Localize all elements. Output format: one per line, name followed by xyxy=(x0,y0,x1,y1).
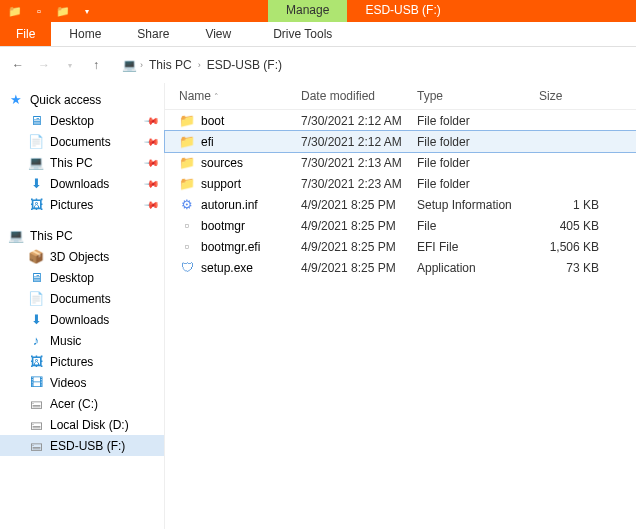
sidebar-item-label: This PC xyxy=(30,229,73,243)
sidebar-item[interactable]: ⬇Downloads📌 xyxy=(0,173,164,194)
sidebar-item[interactable]: 🖴ESD-USB (F:) xyxy=(0,435,164,456)
sidebar-item-label: Downloads xyxy=(50,177,109,191)
file-type-cell: Application xyxy=(409,261,531,275)
sidebar-item[interactable]: ⬇Downloads xyxy=(0,309,164,330)
gear-icon: ⚙ xyxy=(179,197,195,213)
pin-icon: 📌 xyxy=(144,112,160,128)
file-row[interactable]: 📁efi7/30/2021 2:12 AMFile folder xyxy=(165,131,636,152)
back-button[interactable]: ← xyxy=(8,55,28,75)
file-row[interactable]: ▫bootmgr4/9/2021 8:25 PMFile405 KB xyxy=(165,215,636,236)
sidebar-item-label: ESD-USB (F:) xyxy=(50,439,125,453)
star-icon: ★ xyxy=(8,92,24,108)
sidebar-item[interactable]: 🖥Desktop xyxy=(0,267,164,288)
sidebar-item[interactable]: 🖴Acer (C:) xyxy=(0,393,164,414)
column-header-name[interactable]: Name xyxy=(165,89,293,103)
docs-icon: 📄 xyxy=(28,134,44,150)
column-header-type[interactable]: Type xyxy=(409,89,531,103)
window-title: ESD-USB (F:) xyxy=(347,0,458,22)
sidebar-item-label: Pictures xyxy=(50,198,93,212)
manage-context-tab[interactable]: Manage xyxy=(268,0,347,22)
file-name: bootmgr.efi xyxy=(201,240,260,254)
sidebar-item-label: Desktop xyxy=(50,271,94,285)
sidebar-item-label: Desktop xyxy=(50,114,94,128)
navigation-bar: ← → ▾ ↑ 💻 › This PC › ESD-USB (F:) xyxy=(0,47,636,83)
file-type-cell: File folder xyxy=(409,177,531,191)
sidebar-this-pc[interactable]: 💻This PC xyxy=(0,225,164,246)
file-name-cell: ▫bootmgr xyxy=(171,218,293,234)
sidebar-item-label: 3D Objects xyxy=(50,250,109,264)
sidebar-item[interactable]: 📦3D Objects xyxy=(0,246,164,267)
file-icon: ▫ xyxy=(179,239,195,255)
column-header-date[interactable]: Date modified xyxy=(293,89,409,103)
file-row[interactable]: 🛡setup.exe4/9/2021 8:25 PMApplication73 … xyxy=(165,257,636,278)
file-type-cell: Setup Information xyxy=(409,198,531,212)
title-bar: 📁 ▫ 📁 ▾ Manage ESD-USB (F:) xyxy=(0,0,636,22)
chevron-right-icon[interactable]: › xyxy=(196,60,203,70)
qat-dropdown-icon[interactable]: ▾ xyxy=(76,2,98,20)
file-name-cell: ▫bootmgr.efi xyxy=(171,239,293,255)
address-bar[interactable]: 💻 › This PC › ESD-USB (F:) xyxy=(122,58,286,72)
file-date-cell: 4/9/2021 8:25 PM xyxy=(293,219,409,233)
file-type-cell: File folder xyxy=(409,156,531,170)
file-name: sources xyxy=(201,156,243,170)
sidebar-item[interactable]: 🎞Videos xyxy=(0,372,164,393)
file-name-cell: 📁sources xyxy=(171,155,293,171)
pin-icon: 📌 xyxy=(144,154,160,170)
file-size-cell: 1 KB xyxy=(531,198,611,212)
recent-dropdown-icon[interactable]: ▾ xyxy=(60,55,80,75)
file-date-cell: 7/30/2021 2:12 AM xyxy=(293,114,409,128)
pic-icon: 🖼 xyxy=(28,197,44,213)
forward-button[interactable]: → xyxy=(34,55,54,75)
sidebar-item[interactable]: 💻This PC📌 xyxy=(0,152,164,173)
sidebar-item[interactable]: 🖥Desktop📌 xyxy=(0,110,164,131)
video-icon: 🎞 xyxy=(28,375,44,391)
file-name: support xyxy=(201,177,241,191)
sidebar-item[interactable]: ♪Music xyxy=(0,330,164,351)
dl-icon: ⬇ xyxy=(28,176,44,192)
file-name-cell: 📁efi xyxy=(171,134,293,150)
file-row[interactable]: 📁boot7/30/2021 2:12 AMFile folder xyxy=(165,110,636,131)
sidebar-item[interactable]: 📄Documents📌 xyxy=(0,131,164,152)
quick-access-toolbar: 📁 ▫ 📁 ▾ xyxy=(0,0,98,22)
pin-icon: 📌 xyxy=(144,133,160,149)
sidebar-item-label: Local Disk (D:) xyxy=(50,418,129,432)
obj3d-icon: 📦 xyxy=(28,249,44,265)
thispc-icon: 💻 xyxy=(28,155,44,171)
file-name-cell: ⚙autorun.inf xyxy=(171,197,293,213)
sidebar-item-label: Documents xyxy=(50,292,111,306)
thispc-icon: 💻 xyxy=(8,228,24,244)
chevron-right-icon[interactable]: › xyxy=(138,60,145,70)
file-size-cell: 1,506 KB xyxy=(531,240,611,254)
save-icon[interactable]: ▫ xyxy=(28,2,50,20)
column-header-size[interactable]: Size xyxy=(531,89,611,103)
qat-folder-icon[interactable]: 📁 xyxy=(52,2,74,20)
file-name: efi xyxy=(201,135,214,149)
file-type-cell: File xyxy=(409,219,531,233)
file-row[interactable]: 📁sources7/30/2021 2:13 AMFile folder xyxy=(165,152,636,173)
sidebar-item[interactable]: 🖴Local Disk (D:) xyxy=(0,414,164,435)
file-row[interactable]: ▫bootmgr.efi4/9/2021 8:25 PMEFI File1,50… xyxy=(165,236,636,257)
sidebar-item[interactable]: 📄Documents xyxy=(0,288,164,309)
file-size-cell: 73 KB xyxy=(531,261,611,275)
file-name: boot xyxy=(201,114,224,128)
file-tab[interactable]: File xyxy=(0,22,51,46)
sidebar-quick-access[interactable]: ★Quick access xyxy=(0,89,164,110)
up-button[interactable]: ↑ xyxy=(86,55,106,75)
contextual-tabs: Manage ESD-USB (F:) xyxy=(268,0,459,22)
file-rows: 📁boot7/30/2021 2:12 AMFile folder📁efi7/3… xyxy=(165,110,636,278)
file-name: setup.exe xyxy=(201,261,253,275)
file-name-cell: 📁support xyxy=(171,176,293,192)
sidebar-item[interactable]: 🖼Pictures📌 xyxy=(0,194,164,215)
file-row[interactable]: ⚙autorun.inf4/9/2021 8:25 PMSetup Inform… xyxy=(165,194,636,215)
file-date-cell: 4/9/2021 8:25 PM xyxy=(293,198,409,212)
home-tab[interactable]: Home xyxy=(51,22,119,46)
file-date-cell: 7/30/2021 2:13 AM xyxy=(293,156,409,170)
breadcrumb-segment[interactable]: This PC xyxy=(145,58,196,72)
share-tab[interactable]: Share xyxy=(119,22,187,46)
file-row[interactable]: 📁support7/30/2021 2:23 AMFile folder xyxy=(165,173,636,194)
view-tab[interactable]: View xyxy=(187,22,249,46)
drive-tools-tab[interactable]: Drive Tools xyxy=(255,22,350,46)
sidebar-item[interactable]: 🖼Pictures xyxy=(0,351,164,372)
breadcrumb-segment[interactable]: ESD-USB (F:) xyxy=(203,58,286,72)
sidebar-item-label: Documents xyxy=(50,135,111,149)
